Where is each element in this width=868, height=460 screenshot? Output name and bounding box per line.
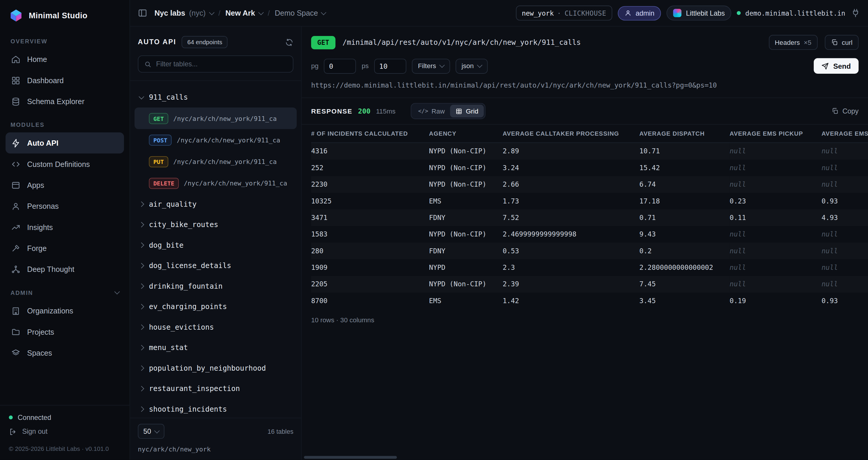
- sidebar-item-dashboard[interactable]: Dashboard: [6, 70, 124, 91]
- chevron-down-icon: [114, 289, 120, 294]
- sidebar-item-spaces[interactable]: Spaces: [6, 342, 124, 363]
- tree-table[interactable]: dog_bite: [135, 235, 297, 256]
- grid-cell: 3.45: [639, 292, 730, 309]
- tree-table-911-calls[interactable]: 911_calls: [135, 87, 297, 108]
- sidebar-item-organizations[interactable]: Organizations: [6, 300, 124, 321]
- integrations-icon[interactable]: [851, 8, 860, 18]
- org-badge[interactable]: Littlebit Labs: [666, 6, 731, 21]
- sidebar-item-schema-explorer[interactable]: Schema Explorer: [6, 91, 124, 112]
- table-row[interactable]: 4316 NYPD (Non-CIP) 2.89 10.71 null null: [311, 143, 868, 160]
- grid-cell: NYPD (Non-CIP): [429, 226, 503, 243]
- sidebar-item-insights[interactable]: Insights: [6, 217, 124, 238]
- grid-cell: 0.93: [822, 193, 868, 209]
- auto-api-header: AUTO API 64 endpoints: [130, 27, 302, 55]
- column-header[interactable]: AVERAGE EMS: [822, 125, 868, 143]
- headers-button[interactable]: Headers ×5: [769, 35, 817, 50]
- user-badge[interactable]: admin: [618, 6, 661, 20]
- sidebar-item-auto-api[interactable]: Auto API: [6, 133, 124, 153]
- column-header[interactable]: AVERAGE EMS PICKUP: [730, 125, 822, 143]
- sign-out-button[interactable]: Sign out: [9, 424, 121, 439]
- column-header[interactable]: AVERAGE CALLTAKER PROCESSING: [503, 125, 639, 143]
- chevron-right-icon: [139, 406, 144, 412]
- table-row[interactable]: 2205 NYPD (Non-CIP) 2.39 7.45 null null: [311, 276, 868, 292]
- view-toggle: </> Raw Grid: [411, 103, 486, 119]
- sidebar-item-home[interactable]: Home: [6, 49, 124, 69]
- table-name: drinking_fountain: [149, 282, 222, 290]
- panel-toggle-button[interactable]: [138, 8, 147, 18]
- dashboard-icon: [11, 76, 21, 85]
- sidebar-item-label: Custom Definitions: [27, 160, 90, 168]
- table-header-row: # OF INCIDENTS CALCULATED AGENCY AVERAGE…: [311, 125, 868, 143]
- tree-table[interactable]: restaurant_inspection: [135, 378, 297, 399]
- grid-cell: NYPD (Non-CIP): [429, 143, 503, 160]
- table-row[interactable]: 1909 NYPD 2.3 2.2800000000000002 null nu…: [311, 259, 868, 276]
- grid-cell: 10.71: [639, 143, 730, 160]
- endpoint-row-delete[interactable]: DELETE /nyc/ark/ch/new_york/911_ca: [135, 172, 297, 194]
- sidebar-item-personas[interactable]: Personas: [6, 196, 124, 217]
- org-badge-label: Littlebit Labs: [686, 9, 725, 17]
- table-row[interactable]: 252 NYPD (Non-CIP) 3.24 15.42 null null: [311, 160, 868, 176]
- sidebar-item-custom-definitions[interactable]: Custom Definitions: [6, 153, 124, 174]
- breadcrumb-org[interactable]: Nyc labs (nyc): [154, 9, 213, 17]
- grid-cell: 15.42: [639, 160, 730, 176]
- sidebar-item-apps[interactable]: Apps: [6, 175, 124, 196]
- chevron-down-icon: [258, 9, 264, 15]
- grid-cell: EMS: [429, 193, 503, 209]
- filter-tables-search[interactable]: [138, 55, 293, 73]
- sidebar-item-deep-thought[interactable]: Deep Thought: [6, 259, 124, 280]
- chevron-right-icon: [139, 365, 144, 371]
- column-header[interactable]: # OF INCIDENTS CALCULATED: [311, 125, 429, 143]
- raw-tab[interactable]: </> Raw: [412, 105, 450, 117]
- endpoint-row-post[interactable]: POST /nyc/ark/ch/new_york/911_ca: [135, 129, 297, 151]
- column-header[interactable]: AGENCY: [429, 125, 503, 143]
- tree-table[interactable]: ev_charging_points: [135, 296, 297, 317]
- endpoint-row-put[interactable]: PUT /nyc/ark/ch/new_york/911_ca: [135, 151, 297, 172]
- building-icon: [11, 306, 21, 316]
- sidebar-item-label: Deep Thought: [27, 265, 74, 274]
- table-row[interactable]: 1583 NYPD (Non-CIP) 2.4699999999999998 9…: [311, 226, 868, 243]
- horizontal-scrollbar[interactable]: [304, 456, 397, 459]
- sidebar-item-label: Forge: [27, 244, 46, 252]
- send-button[interactable]: Send: [814, 58, 859, 74]
- tree-table[interactable]: menu_stat: [135, 337, 297, 358]
- tree-table[interactable]: house_evictions: [135, 317, 297, 338]
- table-row[interactable]: 10325 EMS 1.73 17.18 0.23 0.93: [311, 193, 868, 209]
- column-header[interactable]: AVERAGE DISPATCH: [639, 125, 730, 143]
- pg-input[interactable]: [324, 58, 356, 74]
- pg-label: pg: [311, 62, 318, 69]
- table-row[interactable]: 280 FDNY 0.53 0.2 null null: [311, 243, 868, 259]
- layers-icon: [11, 348, 21, 358]
- table-row[interactable]: 8700 EMS 1.42 3.45 0.19 0.93: [311, 292, 868, 309]
- ps-input[interactable]: [374, 58, 406, 74]
- tree-table[interactable]: shooting_incidents: [135, 399, 297, 418]
- refresh-icon[interactable]: [285, 38, 293, 46]
- tree-table[interactable]: population_by_neighbourhood: [135, 358, 297, 379]
- database-badge[interactable]: new_york · CLICKHOUSE: [516, 6, 612, 21]
- table-row[interactable]: 2230 NYPD (Non-CIP) 2.66 6.74 null null: [311, 176, 868, 193]
- filter-tables-input[interactable]: [156, 60, 287, 68]
- tree-table[interactable]: air_quality: [135, 194, 297, 215]
- sidebar-item-forge[interactable]: Forge: [6, 238, 124, 259]
- filters-button[interactable]: Filters: [412, 58, 450, 74]
- table-name: population_by_neighbourhood: [149, 364, 266, 372]
- page-size-select[interactable]: 50: [138, 424, 164, 439]
- sidebar-item-label: Home: [27, 55, 47, 63]
- tree-table[interactable]: dog_license_details: [135, 255, 297, 276]
- grid-tab[interactable]: Grid: [450, 105, 484, 117]
- breadcrumb-project[interactable]: New Ark: [225, 9, 263, 17]
- table-name: air_quality: [149, 200, 196, 208]
- grid-cell: 0.71: [639, 209, 730, 226]
- tree-table[interactable]: city_bike_routes: [135, 214, 297, 235]
- format-select[interactable]: json: [456, 58, 488, 74]
- sidebar-item-projects[interactable]: Projects: [6, 321, 124, 342]
- endpoint-row-get[interactable]: GET /nyc/ark/ch/new_york/911_ca: [135, 107, 297, 129]
- app-window: Minimal Studio OVERVIEW Home Dashboard: [0, 0, 868, 460]
- brand: Minimal Studio: [0, 0, 130, 28]
- breadcrumb-space[interactable]: Demo Space: [275, 9, 326, 17]
- grid-cell: 2230: [311, 176, 429, 193]
- nav-section-admin[interactable]: ADMIN: [6, 280, 124, 300]
- tree-table[interactable]: drinking_fountain: [135, 276, 297, 297]
- curl-button[interactable]: curl: [825, 35, 859, 50]
- copy-button[interactable]: Copy: [832, 107, 859, 115]
- table-row[interactable]: 3471 FDNY 7.52 0.71 0.11 4.93: [311, 209, 868, 226]
